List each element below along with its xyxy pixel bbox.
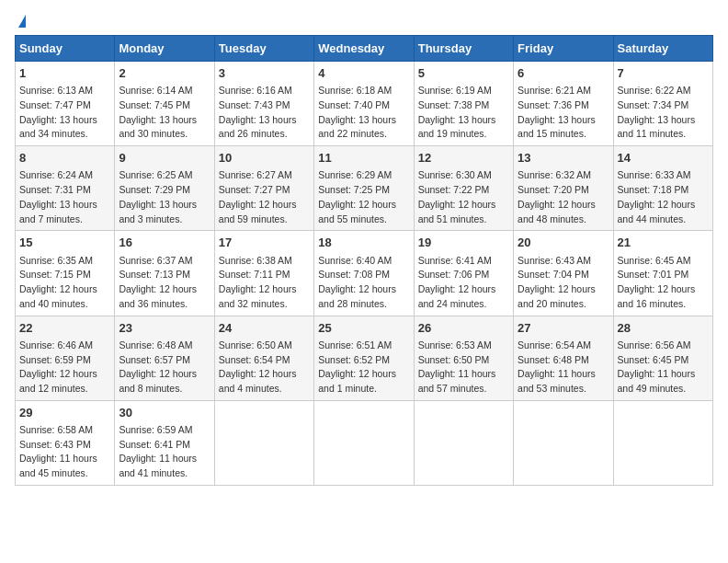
day-number: 6 <box>518 65 609 82</box>
day-info: Sunrise: 6:22 AM Sunset: 7:34 PM Dayligh… <box>618 84 709 142</box>
calendar-cell: 28Sunrise: 6:56 AM Sunset: 6:45 PM Dayli… <box>613 316 712 400</box>
calendar-week-row-5: 29Sunrise: 6:58 AM Sunset: 6:43 PM Dayli… <box>16 400 713 485</box>
day-info: Sunrise: 6:37 AM Sunset: 7:13 PM Dayligh… <box>119 254 210 312</box>
calendar-cell: 29Sunrise: 6:58 AM Sunset: 6:43 PM Dayli… <box>16 400 115 485</box>
day-number: 15 <box>19 235 110 251</box>
day-info: Sunrise: 6:43 AM Sunset: 7:04 PM Dayligh… <box>518 254 609 312</box>
day-info: Sunrise: 6:46 AM Sunset: 6:59 PM Dayligh… <box>19 339 110 396</box>
day-number: 19 <box>418 235 509 251</box>
day-info: Sunrise: 6:18 AM Sunset: 7:40 PM Dayligh… <box>318 84 409 142</box>
day-number: 26 <box>418 320 509 337</box>
day-info: Sunrise: 6:33 AM Sunset: 7:18 PM Dayligh… <box>618 168 709 226</box>
day-info: Sunrise: 6:19 AM Sunset: 7:38 PM Dayligh… <box>418 84 509 142</box>
calendar-cell: 5Sunrise: 6:19 AM Sunset: 7:38 PM Daylig… <box>414 62 513 146</box>
day-number: 3 <box>219 65 310 82</box>
calendar-cell: 1Sunrise: 6:13 AM Sunset: 7:47 PM Daylig… <box>16 62 115 146</box>
calendar-cell: 17Sunrise: 6:38 AM Sunset: 7:11 PM Dayli… <box>214 231 313 316</box>
calendar-cell: 12Sunrise: 6:30 AM Sunset: 7:22 PM Dayli… <box>414 146 513 231</box>
day-number: 25 <box>318 320 409 337</box>
calendar-header-row: SundayMondayTuesdayWednesdayThursdayFrid… <box>16 36 713 62</box>
day-info: Sunrise: 6:14 AM Sunset: 7:45 PM Dayligh… <box>119 84 210 142</box>
day-number: 22 <box>19 320 110 337</box>
day-number: 9 <box>119 150 210 167</box>
day-number: 21 <box>618 235 709 251</box>
day-number: 27 <box>518 320 609 337</box>
calendar-cell: 4Sunrise: 6:18 AM Sunset: 7:40 PM Daylig… <box>314 62 414 146</box>
calendar-cell: 19Sunrise: 6:41 AM Sunset: 7:06 PM Dayli… <box>414 231 513 316</box>
day-info: Sunrise: 6:40 AM Sunset: 7:08 PM Dayligh… <box>318 254 409 312</box>
day-info: Sunrise: 6:54 AM Sunset: 6:48 PM Dayligh… <box>518 339 609 396</box>
calendar-cell <box>613 400 712 485</box>
day-number: 17 <box>219 235 310 251</box>
calendar-week-row-3: 15Sunrise: 6:35 AM Sunset: 7:15 PM Dayli… <box>16 231 713 316</box>
day-number: 4 <box>318 65 409 82</box>
day-info: Sunrise: 6:16 AM Sunset: 7:43 PM Dayligh… <box>219 84 310 142</box>
calendar-cell: 24Sunrise: 6:50 AM Sunset: 6:54 PM Dayli… <box>214 316 313 400</box>
day-info: Sunrise: 6:59 AM Sunset: 6:41 PM Dayligh… <box>119 423 210 481</box>
calendar-cell: 8Sunrise: 6:24 AM Sunset: 7:31 PM Daylig… <box>16 146 115 231</box>
logo-triangle-icon <box>18 15 26 28</box>
calendar-cell: 23Sunrise: 6:48 AM Sunset: 6:57 PM Dayli… <box>115 316 214 400</box>
calendar-cell: 15Sunrise: 6:35 AM Sunset: 7:15 PM Dayli… <box>16 231 115 316</box>
day-number: 30 <box>119 405 210 421</box>
calendar-cell: 7Sunrise: 6:22 AM Sunset: 7:34 PM Daylig… <box>613 62 712 146</box>
calendar-cell <box>314 400 414 485</box>
day-info: Sunrise: 6:38 AM Sunset: 7:11 PM Dayligh… <box>219 254 310 312</box>
calendar-header-sunday: Sunday <box>16 36 115 62</box>
calendar-cell: 9Sunrise: 6:25 AM Sunset: 7:29 PM Daylig… <box>115 146 214 231</box>
calendar-cell: 20Sunrise: 6:43 AM Sunset: 7:04 PM Dayli… <box>514 231 613 316</box>
day-number: 1 <box>19 65 110 82</box>
day-info: Sunrise: 6:35 AM Sunset: 7:15 PM Dayligh… <box>19 254 110 312</box>
day-info: Sunrise: 6:13 AM Sunset: 7:47 PM Dayligh… <box>19 84 110 142</box>
day-info: Sunrise: 6:41 AM Sunset: 7:06 PM Dayligh… <box>418 254 509 312</box>
day-number: 23 <box>119 320 210 337</box>
day-info: Sunrise: 6:25 AM Sunset: 7:29 PM Dayligh… <box>119 168 210 226</box>
calendar-cell: 22Sunrise: 6:46 AM Sunset: 6:59 PM Dayli… <box>16 316 115 400</box>
day-info: Sunrise: 6:53 AM Sunset: 6:50 PM Dayligh… <box>418 339 509 396</box>
calendar-cell: 18Sunrise: 6:40 AM Sunset: 7:08 PM Dayli… <box>314 231 414 316</box>
calendar-cell: 10Sunrise: 6:27 AM Sunset: 7:27 PM Dayli… <box>214 146 313 231</box>
day-info: Sunrise: 6:50 AM Sunset: 6:54 PM Dayligh… <box>219 339 310 396</box>
header <box>15 15 713 28</box>
calendar-header-wednesday: Wednesday <box>314 36 414 62</box>
day-number: 8 <box>19 150 110 167</box>
day-info: Sunrise: 6:32 AM Sunset: 7:20 PM Dayligh… <box>518 168 609 226</box>
day-number: 14 <box>618 150 709 167</box>
day-number: 18 <box>318 235 409 251</box>
calendar-cell: 11Sunrise: 6:29 AM Sunset: 7:25 PM Dayli… <box>314 146 414 231</box>
day-number: 10 <box>219 150 310 167</box>
calendar-cell: 6Sunrise: 6:21 AM Sunset: 7:36 PM Daylig… <box>514 62 613 146</box>
day-number: 7 <box>618 65 709 82</box>
day-info: Sunrise: 6:48 AM Sunset: 6:57 PM Dayligh… <box>119 339 210 396</box>
calendar-cell <box>514 400 613 485</box>
calendar-cell: 3Sunrise: 6:16 AM Sunset: 7:43 PM Daylig… <box>214 62 313 146</box>
calendar-header-thursday: Thursday <box>414 36 513 62</box>
day-info: Sunrise: 6:56 AM Sunset: 6:45 PM Dayligh… <box>618 339 709 396</box>
day-info: Sunrise: 6:21 AM Sunset: 7:36 PM Dayligh… <box>518 84 609 142</box>
day-info: Sunrise: 6:58 AM Sunset: 6:43 PM Dayligh… <box>19 423 110 481</box>
day-number: 2 <box>119 65 210 82</box>
logo <box>15 15 26 28</box>
calendar-header-tuesday: Tuesday <box>214 36 313 62</box>
day-number: 29 <box>19 405 110 421</box>
day-info: Sunrise: 6:24 AM Sunset: 7:31 PM Dayligh… <box>19 168 110 226</box>
calendar-cell: 27Sunrise: 6:54 AM Sunset: 6:48 PM Dayli… <box>514 316 613 400</box>
calendar-cell: 26Sunrise: 6:53 AM Sunset: 6:50 PM Dayli… <box>414 316 513 400</box>
day-info: Sunrise: 6:51 AM Sunset: 6:52 PM Dayligh… <box>318 339 409 396</box>
day-number: 28 <box>618 320 709 337</box>
calendar-header-monday: Monday <box>115 36 214 62</box>
calendar-week-row-2: 8Sunrise: 6:24 AM Sunset: 7:31 PM Daylig… <box>16 146 713 231</box>
calendar-week-row-1: 1Sunrise: 6:13 AM Sunset: 7:47 PM Daylig… <box>16 62 713 146</box>
day-number: 11 <box>318 150 409 167</box>
day-number: 20 <box>518 235 609 251</box>
day-info: Sunrise: 6:30 AM Sunset: 7:22 PM Dayligh… <box>418 168 509 226</box>
calendar-cell <box>414 400 513 485</box>
day-info: Sunrise: 6:27 AM Sunset: 7:27 PM Dayligh… <box>219 168 310 226</box>
day-number: 16 <box>119 235 210 251</box>
calendar-cell: 21Sunrise: 6:45 AM Sunset: 7:01 PM Dayli… <box>613 231 712 316</box>
calendar-cell: 2Sunrise: 6:14 AM Sunset: 7:45 PM Daylig… <box>115 62 214 146</box>
calendar-cell: 13Sunrise: 6:32 AM Sunset: 7:20 PM Dayli… <box>514 146 613 231</box>
day-number: 24 <box>219 320 310 337</box>
day-number: 12 <box>418 150 509 167</box>
calendar-cell <box>214 400 313 485</box>
